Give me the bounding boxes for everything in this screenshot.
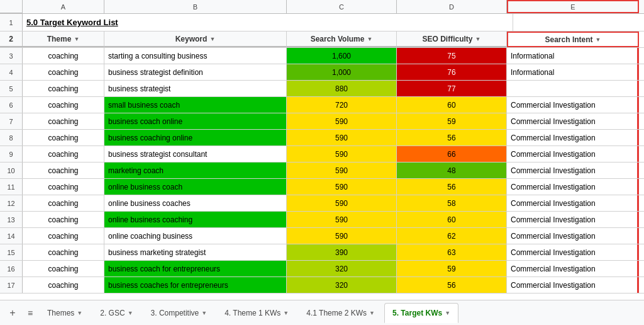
- cell-theme: coaching: [23, 97, 104, 113]
- cell-sv: 320: [287, 277, 397, 293]
- cell-sv: 390: [287, 244, 397, 260]
- cell-sv: 590: [287, 130, 397, 145]
- cell-keyword: business coach for entrepreneurs: [104, 261, 287, 277]
- row-num: 17: [0, 277, 23, 293]
- table-row: 9 coaching business strategist consultan…: [0, 146, 644, 162]
- filter-icon-si[interactable]: ▼: [596, 37, 601, 43]
- table-row: 14 coaching online coaching business 590…: [0, 228, 644, 244]
- table-row: 4 coaching business strategist definitio…: [0, 64, 644, 81]
- cell-si: Commercial Investigation: [507, 130, 639, 145]
- cell-si: Commercial Investigation: [507, 212, 639, 227]
- row-num: 14: [0, 228, 23, 244]
- cell-keyword: business coaches for entrepreneurs: [104, 277, 287, 293]
- header-row: 2 Theme ▼ Keyword ▼ Search Volume ▼ SEO …: [0, 31, 644, 48]
- cell-sd: 58: [397, 195, 507, 211]
- cell-keyword: online business coaching: [104, 212, 287, 227]
- filter-icon-theme[interactable]: ▼: [74, 36, 79, 42]
- sheet-title: 5.0 Target Keyword List: [23, 14, 513, 31]
- cell-sv: 880: [287, 81, 397, 96]
- table-row: 10 coaching marketing coach 590 48 Comme…: [0, 162, 644, 179]
- row-num: 12: [0, 195, 23, 211]
- cell-keyword: online business coaches: [104, 195, 287, 211]
- header-search-volume: Search Volume ▼: [287, 31, 397, 47]
- table-row: 17 coaching business coaches for entrepr…: [0, 277, 644, 294]
- col-header-c: C: [287, 0, 397, 13]
- filter-icon-keyword[interactable]: ▼: [209, 36, 215, 42]
- add-sheet-button[interactable]: +: [4, 304, 21, 322]
- header-keyword: Keyword ▼: [104, 31, 287, 47]
- cell-keyword: business strategist consultant: [104, 146, 287, 162]
- cell-sv: 590: [287, 179, 397, 195]
- row-num: 3: [0, 48, 23, 64]
- filter-icon-sv[interactable]: ▼: [367, 36, 372, 42]
- cell-keyword: small business coach: [104, 97, 287, 113]
- tab-competitive-label: 3. Competitive: [151, 309, 199, 317]
- cell-theme: coaching: [23, 244, 104, 260]
- tab-themes-dropdown: ▼: [77, 310, 82, 316]
- filter-icon-sd[interactable]: ▼: [475, 36, 481, 42]
- spreadsheet: A B C D E 1 5.0 Target Keyword List 2 Th…: [0, 0, 644, 325]
- table-row: 3 coaching starting a consulting busines…: [0, 48, 644, 64]
- cell-sd: 59: [397, 261, 507, 277]
- table-row: 12 coaching online business coaches 590 …: [0, 195, 644, 212]
- cell-theme: coaching: [23, 212, 104, 227]
- table-row: 11 coaching online business coach 590 56…: [0, 179, 644, 195]
- cell-keyword: business strategist: [104, 81, 287, 96]
- cell-sd: 62: [397, 228, 507, 244]
- cell-keyword: business coaching online: [104, 130, 287, 145]
- column-headers: A B C D E: [0, 0, 644, 14]
- cell-keyword: business coach online: [104, 113, 287, 129]
- cell-sd: 59: [397, 113, 507, 129]
- table-row: 13 coaching online business coaching 590…: [0, 212, 644, 228]
- cell-si: Commercial Investigation: [507, 179, 639, 195]
- cell-si: Commercial Investigation: [507, 228, 639, 244]
- sheet-scroll[interactable]: 1 5.0 Target Keyword List 2 Theme ▼ Keyw…: [0, 14, 644, 300]
- cell-si: Commercial Investigation: [507, 146, 639, 162]
- tab-theme1kws-dropdown: ▼: [283, 310, 289, 316]
- cell-si: Commercial Investigation: [507, 162, 639, 178]
- sheet-area: A B C D E 1 5.0 Target Keyword List 2 Th…: [0, 0, 644, 300]
- tab-theme2kws[interactable]: 4.1 Theme 2 KWs ▼: [298, 303, 383, 323]
- cell-theme: coaching: [23, 81, 104, 96]
- tab-targetkws[interactable]: 5. Target KWs ▼: [384, 303, 458, 323]
- header-search-intent: Search Intent ▼: [507, 31, 639, 47]
- cell-sv: 720: [287, 97, 397, 113]
- cell-sd: 63: [397, 244, 507, 260]
- row-num: 11: [0, 179, 23, 195]
- cell-si: Commercial Investigation: [507, 277, 639, 293]
- tab-bar: + ≡ Themes ▼ 2. GSC ▼ 3. Competitive ▼ 4…: [0, 300, 644, 325]
- header-seo-difficulty: SEO Difficulty ▼: [397, 31, 507, 47]
- tab-targetkws-label: 5. Target KWs: [392, 309, 442, 317]
- cell-sd: 60: [397, 212, 507, 227]
- tab-theme1kws[interactable]: 4. Theme 1 KWs ▼: [216, 303, 297, 323]
- tab-themes[interactable]: Themes ▼: [39, 303, 91, 323]
- cell-sd: 77: [397, 81, 507, 96]
- cell-si: Informational: [507, 48, 639, 64]
- cell-sd: 76: [397, 64, 507, 80]
- data-rows: 3 coaching starting a consulting busines…: [0, 48, 644, 294]
- cell-theme: coaching: [23, 228, 104, 244]
- cell-keyword: starting a consulting business: [104, 48, 287, 64]
- cell-theme: coaching: [23, 261, 104, 277]
- cell-si: [507, 81, 639, 96]
- cell-sv: 590: [287, 228, 397, 244]
- table-row: 8 coaching business coaching online 590 …: [0, 130, 644, 146]
- row-num: 6: [0, 97, 23, 113]
- cell-sd: 75: [397, 48, 507, 64]
- cell-keyword: marketing coach: [104, 162, 287, 178]
- tab-theme2kws-label: 4.1 Theme 2 KWs: [306, 309, 367, 317]
- cell-sv: 590: [287, 146, 397, 162]
- title-row: 1 5.0 Target Keyword List: [0, 14, 644, 31]
- tab-gsc[interactable]: 2. GSC ▼: [92, 303, 141, 323]
- tab-competitive[interactable]: 3. Competitive ▼: [143, 303, 216, 323]
- cell-sv: 590: [287, 162, 397, 178]
- cell-sv: 320: [287, 261, 397, 277]
- tab-gsc-label: 2. GSC: [100, 309, 125, 317]
- table-row: 16 coaching business coach for entrepren…: [0, 261, 644, 277]
- table-row: 5 coaching business strategist 880 77: [0, 81, 644, 97]
- cell-sv: 590: [287, 195, 397, 211]
- row-num: 9: [0, 146, 23, 162]
- sheet-menu-button[interactable]: ≡: [21, 304, 39, 322]
- cell-si: Commercial Investigation: [507, 113, 639, 129]
- header-theme: Theme ▼: [23, 31, 104, 47]
